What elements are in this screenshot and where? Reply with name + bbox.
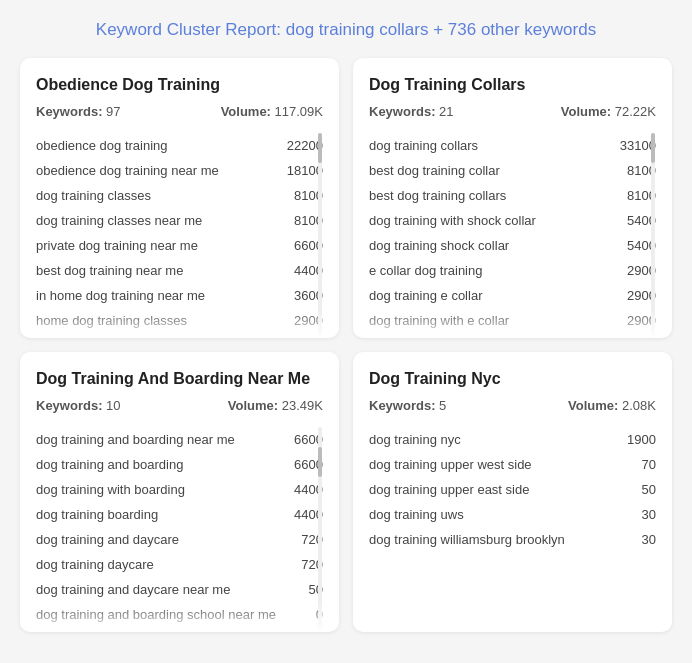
card-dog-training-nyc: Dog Training Nyc Keywords: 5 Volume: 2.0… bbox=[353, 352, 672, 632]
keywords-label: Keywords: bbox=[36, 104, 102, 119]
keyword-row: dog training and boarding near me 6600 bbox=[36, 427, 323, 452]
keyword-volume: 30 bbox=[642, 532, 656, 547]
keyword-name: obedience dog training bbox=[36, 138, 168, 153]
keyword-row: in home dog training near me 3600 bbox=[36, 283, 323, 308]
keyword-name: obedience dog training near me bbox=[36, 163, 219, 178]
keyword-name: dog training with shock collar bbox=[369, 213, 536, 228]
card-meta-dog-training-collars: Keywords: 21 Volume: 72.22K bbox=[369, 104, 656, 123]
keyword-name: dog training boarding bbox=[36, 507, 158, 522]
keywords-label: Keywords: bbox=[369, 104, 435, 119]
keyword-row: home dog training classes 2900 bbox=[36, 308, 323, 333]
cards-grid: Obedience Dog Training Keywords: 97 Volu… bbox=[20, 58, 672, 632]
keyword-row: obedience dog training near me 18100 bbox=[36, 158, 323, 183]
keyword-row: dog training upper east side 50 bbox=[369, 477, 656, 502]
card-dog-training-boarding: Dog Training And Boarding Near Me Keywor… bbox=[20, 352, 339, 632]
keyword-name: dog training classes near me bbox=[36, 213, 202, 228]
volume-label: Volume: bbox=[568, 398, 618, 413]
keyword-name: dog training upper east side bbox=[369, 482, 529, 497]
keyword-row: dog training williamsburg brooklyn 30 bbox=[369, 527, 656, 552]
keyword-row: dog training and daycare 720 bbox=[36, 527, 323, 552]
keyword-name: best dog training near me bbox=[36, 263, 183, 278]
keyword-row: private dog training near me 6600 bbox=[36, 233, 323, 258]
keyword-row: dog training nyc 1900 bbox=[369, 427, 656, 452]
keyword-name: dog training upper west side bbox=[369, 457, 532, 472]
keywords-list-obedience-dog-training: obedience dog training 22200 obedience d… bbox=[36, 133, 323, 333]
title-highlight: dog training collars + 736 other keyword… bbox=[286, 20, 596, 39]
keyword-row: dog training e collar 2900 bbox=[369, 283, 656, 308]
keyword-row: dog training classes near me 8100 bbox=[36, 208, 323, 233]
keyword-name: dog training and boarding school near me bbox=[36, 607, 276, 622]
scroll-indicator[interactable] bbox=[317, 133, 323, 338]
keyword-volume: 30 bbox=[642, 507, 656, 522]
keyword-name: in home dog training near me bbox=[36, 288, 205, 303]
keyword-name: home dog training classes bbox=[36, 313, 187, 328]
page-title: Keyword Cluster Report: dog training col… bbox=[20, 20, 672, 40]
keywords-list-dog-training-nyc: dog training nyc 1900 dog training upper… bbox=[369, 427, 656, 552]
card-title-dog-training-boarding: Dog Training And Boarding Near Me bbox=[36, 370, 323, 388]
volume-label: Volume: bbox=[228, 398, 278, 413]
keyword-name: dog training and boarding near me bbox=[36, 432, 235, 447]
keyword-name: dog training daycare bbox=[36, 557, 154, 572]
fade-bottom bbox=[369, 602, 656, 632]
keyword-name: private dog training near me bbox=[36, 238, 198, 253]
keyword-row: best dog training near me 4400 bbox=[36, 258, 323, 283]
keyword-row: dog training and daycare near me 50 bbox=[36, 577, 323, 602]
keyword-name: best dog training collars bbox=[369, 188, 506, 203]
card-meta-dog-training-boarding: Keywords: 10 Volume: 23.49K bbox=[36, 398, 323, 417]
keyword-row: dog training and boarding 6600 bbox=[36, 452, 323, 477]
keyword-volume: 1900 bbox=[627, 432, 656, 447]
title-prefix: Keyword Cluster Report: bbox=[96, 20, 286, 39]
keyword-name: dog training with e collar bbox=[369, 313, 509, 328]
keyword-name: dog training and boarding bbox=[36, 457, 183, 472]
keyword-name: dog training with boarding bbox=[36, 482, 185, 497]
keywords-label: Keywords: bbox=[369, 398, 435, 413]
keyword-row: dog training collars 33100 bbox=[369, 133, 656, 158]
card-obedience-dog-training: Obedience Dog Training Keywords: 97 Volu… bbox=[20, 58, 339, 338]
card-meta-dog-training-nyc: Keywords: 5 Volume: 2.08K bbox=[369, 398, 656, 417]
keyword-row: dog training and boarding school near me… bbox=[36, 602, 323, 627]
keyword-row: e collar dog training 2900 bbox=[369, 258, 656, 283]
keyword-row: dog training uws 30 bbox=[369, 502, 656, 527]
volume-label: Volume: bbox=[561, 104, 611, 119]
keyword-name: dog training classes bbox=[36, 188, 151, 203]
keyword-row: dog training boarding 4400 bbox=[36, 502, 323, 527]
card-title-dog-training-nyc: Dog Training Nyc bbox=[369, 370, 656, 388]
keyword-name: dog training uws bbox=[369, 507, 464, 522]
keywords-label: Keywords: bbox=[36, 398, 102, 413]
keyword-row: obedience dog training 22200 bbox=[36, 133, 323, 158]
card-title-dog-training-collars: Dog Training Collars bbox=[369, 76, 656, 94]
keywords-list-dog-training-boarding: dog training and boarding near me 6600 d… bbox=[36, 427, 323, 627]
keywords-list-dog-training-collars: dog training collars 33100 best dog trai… bbox=[369, 133, 656, 333]
card-meta-obedience-dog-training: Keywords: 97 Volume: 117.09K bbox=[36, 104, 323, 123]
keyword-name: dog training and daycare bbox=[36, 532, 179, 547]
keyword-name: dog training e collar bbox=[369, 288, 482, 303]
scroll-indicator[interactable] bbox=[650, 133, 656, 338]
keyword-row: dog training with boarding 4400 bbox=[36, 477, 323, 502]
keyword-row: best dog training collars 8100 bbox=[369, 183, 656, 208]
keyword-name: best dog training collar bbox=[369, 163, 500, 178]
keyword-volume: 70 bbox=[642, 457, 656, 472]
keyword-name: dog training williamsburg brooklyn bbox=[369, 532, 565, 547]
keyword-row: dog training with shock collar 5400 bbox=[369, 208, 656, 233]
keyword-row: best dog training collar 8100 bbox=[369, 158, 656, 183]
keyword-row: dog training classes 8100 bbox=[36, 183, 323, 208]
keyword-name: dog training nyc bbox=[369, 432, 461, 447]
scroll-indicator[interactable] bbox=[317, 427, 323, 632]
keyword-row: dog training with e collar 2900 bbox=[369, 308, 656, 333]
card-dog-training-collars: Dog Training Collars Keywords: 21 Volume… bbox=[353, 58, 672, 338]
keyword-volume: 50 bbox=[642, 482, 656, 497]
keyword-row: dog training daycare 720 bbox=[36, 552, 323, 577]
volume-label: Volume: bbox=[221, 104, 271, 119]
keyword-name: e collar dog training bbox=[369, 263, 482, 278]
keyword-name: dog training collars bbox=[369, 138, 478, 153]
keyword-name: dog training shock collar bbox=[369, 238, 509, 253]
card-title-obedience-dog-training: Obedience Dog Training bbox=[36, 76, 323, 94]
keyword-row: dog training shock collar 5400 bbox=[369, 233, 656, 258]
keyword-name: dog training and daycare near me bbox=[36, 582, 230, 597]
keyword-row: dog training upper west side 70 bbox=[369, 452, 656, 477]
